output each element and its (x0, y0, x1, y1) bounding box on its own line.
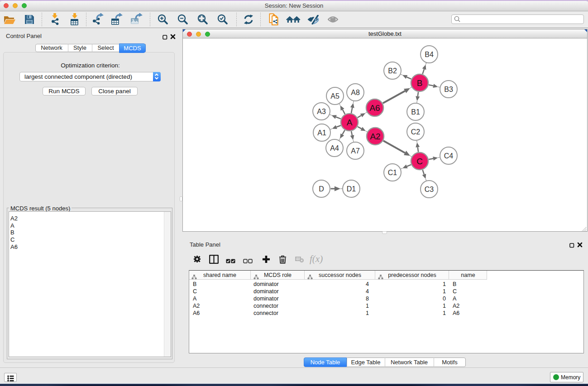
svg-text:C: C (416, 157, 423, 166)
svg-text:C2: C2 (411, 128, 421, 136)
svg-text:A3: A3 (317, 108, 326, 115)
svg-text:A2: A2 (370, 132, 380, 141)
svg-text:A4: A4 (330, 144, 339, 152)
svg-text:B2: B2 (388, 67, 397, 75)
svg-text:A5: A5 (330, 92, 339, 100)
svg-text:C3: C3 (425, 186, 434, 193)
svg-text:A8: A8 (351, 89, 360, 96)
svg-text:D: D (319, 185, 324, 193)
svg-text:B4: B4 (425, 51, 434, 58)
svg-text:B1: B1 (411, 108, 420, 116)
svg-text:A: A (347, 118, 353, 127)
svg-text:C4: C4 (444, 152, 454, 160)
svg-text:A7: A7 (351, 147, 360, 155)
svg-text:C1: C1 (388, 169, 397, 176)
svg-text:D1: D1 (347, 185, 356, 193)
svg-text:A6: A6 (369, 103, 380, 113)
svg-text:B: B (417, 78, 423, 88)
svg-text:A1: A1 (317, 129, 326, 137)
svg-text:B3: B3 (444, 86, 453, 93)
